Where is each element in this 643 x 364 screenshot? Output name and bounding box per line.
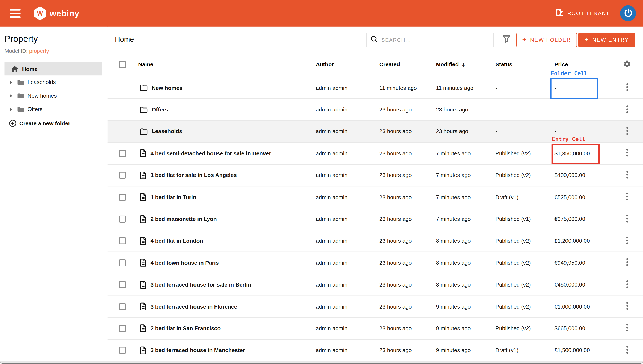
row-checkbox[interactable] — [119, 347, 126, 354]
create-folder-button[interactable]: Create a new folder — [0, 117, 107, 130]
row-menu-button[interactable] — [611, 193, 643, 202]
folder-icon — [17, 106, 24, 112]
document-icon — [140, 258, 146, 267]
modified-cell: 8 minutes ago — [436, 282, 495, 288]
entry-row[interactable]: 3 bed terraced house in Florenceadmin ad… — [107, 296, 643, 318]
folder-label: New homes — [28, 92, 57, 99]
entry-row[interactable]: 2 bed maisonette in Lyonadmin admin23 ho… — [107, 208, 643, 230]
row-checkbox[interactable] — [119, 150, 126, 157]
row-checkbox[interactable] — [119, 216, 126, 222]
column-header-status[interactable]: Status — [495, 62, 554, 68]
row-menu-button[interactable] — [611, 149, 643, 158]
sidebar-folder-item[interactable]: Leaseholds — [0, 75, 107, 89]
entry-row[interactable]: 3 bed terraced house in Manchesteradmin … — [107, 340, 643, 361]
plus-icon: + — [584, 36, 589, 44]
row-name[interactable]: 3 bed terraced house in Manchester — [150, 347, 245, 353]
entry-row[interactable]: 3 bed terraced house for sale in Berlina… — [107, 274, 643, 296]
author-cell: admin admin — [316, 347, 379, 353]
row-menu-button[interactable] — [611, 302, 643, 311]
filter-button[interactable] — [499, 33, 514, 47]
modified-cell: 8 minutes ago — [436, 238, 495, 244]
row-name[interactable]: 2 bed maisonette in Lyon — [150, 216, 217, 222]
row-menu-button[interactable] — [611, 214, 643, 224]
caret-right-icon[interactable] — [10, 80, 13, 84]
entry-row[interactable]: 4 bed flat in Londonadmin admin23 hours … — [107, 230, 643, 252]
row-name[interactable]: Leaseholds — [152, 128, 182, 134]
status-cell: - — [495, 84, 554, 91]
row-menu-button[interactable] — [611, 236, 643, 246]
row-checkbox[interactable] — [119, 281, 126, 288]
row-checkbox-cell — [107, 194, 138, 201]
row-checkbox[interactable] — [119, 172, 126, 179]
column-header-author[interactable]: Author — [316, 62, 379, 68]
column-header-created[interactable]: Created — [379, 62, 436, 68]
entry-cell-annotation-label: Entry Cell — [552, 136, 585, 142]
row-name[interactable]: 1 bed flat in Turin — [150, 194, 196, 200]
row-name[interactable]: 3 bed terraced house for sale in Berlin — [150, 282, 251, 288]
row-name[interactable]: Offers — [152, 107, 168, 113]
row-name[interactable]: 4 bed town house in Paris — [150, 260, 219, 266]
column-header-name[interactable]: Name — [138, 62, 316, 68]
caret-right-icon[interactable] — [10, 94, 13, 98]
document-icon — [140, 149, 146, 158]
author-cell: admin admin — [316, 172, 379, 178]
row-menu-button[interactable] — [611, 324, 643, 333]
status-cell: Published (v2) — [495, 282, 554, 288]
author-cell: admin admin — [316, 238, 379, 244]
new-folder-button[interactable]: + NEW FOLDER — [516, 33, 577, 47]
sidebar-item-home[interactable]: Home — [5, 62, 102, 75]
document-icon — [140, 193, 146, 201]
row-checkbox[interactable] — [119, 303, 126, 310]
caret-right-icon[interactable] — [10, 108, 13, 111]
modified-cell: 7 minutes ago — [436, 150, 495, 156]
document-icon — [140, 171, 146, 180]
new-entry-button[interactable]: + NEW ENTRY — [578, 33, 635, 47]
status-cell: Published (v2) — [495, 325, 554, 332]
row-name[interactable]: 2 bed flat in San Francisco — [150, 325, 221, 332]
row-checkbox[interactable] — [119, 259, 126, 266]
row-menu-button[interactable] — [611, 127, 643, 136]
row-menu-button[interactable] — [611, 346, 643, 355]
entry-row[interactable]: 2 bed flat in San Franciscoadmin admin23… — [107, 318, 643, 340]
sidebar-folder-item[interactable]: New homes — [0, 89, 107, 102]
table-settings-button[interactable] — [611, 60, 643, 69]
row-name-cell: 3 bed terraced house in Manchester — [138, 346, 316, 354]
search-input[interactable] — [381, 37, 493, 43]
plus-icon: + — [522, 36, 527, 44]
author-cell: admin admin — [316, 304, 379, 310]
entry-row[interactable]: 4 bed town house in Parisadmin admin23 h… — [107, 252, 643, 274]
row-menu-button[interactable] — [611, 171, 643, 180]
hamburger-menu-icon[interactable] — [10, 9, 21, 18]
row-name[interactable]: 4 bed semi-detached house for sale in De… — [150, 150, 271, 156]
user-avatar[interactable] — [620, 5, 636, 21]
entry-row[interactable]: 1 bed flat for sale in Los Angelesadmin … — [107, 164, 643, 186]
kebab-menu-icon — [626, 214, 628, 224]
row-checkbox[interactable] — [119, 325, 126, 332]
sidebar-folder-item[interactable]: Offers — [0, 102, 107, 116]
row-menu-button[interactable] — [611, 280, 643, 289]
column-header-price[interactable]: Price — [554, 62, 611, 68]
row-name[interactable]: 3 bed terraced house in Florence — [150, 304, 237, 310]
row-name[interactable]: New homes — [152, 84, 182, 91]
created-cell: 23 hours ago — [379, 260, 436, 266]
column-header-modified[interactable]: Modified ↓ — [436, 61, 495, 68]
entry-row[interactable]: 1 bed flat in Turinadmin admin23 hours a… — [107, 186, 643, 208]
created-cell: 23 hours ago — [379, 194, 436, 200]
author-cell: admin admin — [316, 107, 379, 113]
top-app-bar: W webiny ROOT TENANT — [0, 0, 643, 27]
tenant-selector[interactable]: ROOT TENANT — [556, 0, 610, 27]
row-name[interactable]: 1 bed flat for sale in Los Angeles — [150, 172, 237, 178]
folder-row[interactable]: Offersadmin admin23 hours ago23 hours ag… — [107, 99, 643, 121]
modified-cell: 9 minutes ago — [436, 347, 495, 353]
row-name[interactable]: 4 bed flat in London — [150, 238, 203, 244]
folder-icon — [140, 106, 148, 113]
webiny-logo[interactable]: W webiny — [34, 0, 79, 27]
row-menu-button[interactable] — [611, 83, 643, 92]
select-all-checkbox[interactable] — [119, 61, 126, 68]
building-icon — [556, 9, 563, 18]
row-menu-button[interactable] — [611, 258, 643, 267]
row-menu-button[interactable] — [611, 105, 643, 114]
row-checkbox[interactable] — [119, 238, 126, 244]
kebab-menu-icon — [626, 105, 628, 114]
row-checkbox[interactable] — [119, 194, 126, 201]
